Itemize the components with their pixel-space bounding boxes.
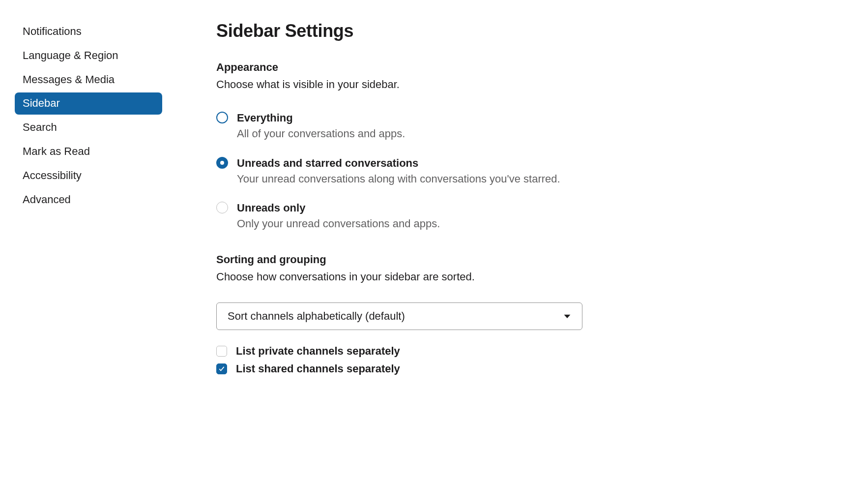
sidebar-item-messages-media[interactable]: Messages & Media — [15, 69, 162, 91]
svg-marker-0 — [564, 315, 571, 318]
radio-text: Unreads only Only your unread conversati… — [237, 200, 848, 232]
radio-icon — [216, 112, 228, 123]
checkbox-icon — [216, 346, 227, 357]
appearance-heading: Appearance — [216, 61, 848, 74]
radio-text: Unreads and starred conversations Your u… — [237, 155, 848, 187]
radio-icon — [216, 157, 228, 169]
radio-icon — [216, 202, 228, 213]
appearance-radio-group: Everything All of your conversations and… — [216, 110, 848, 232]
radio-label: Unreads and starred conversations — [237, 155, 848, 171]
radio-option-unreads-only[interactable]: Unreads only Only your unread conversati… — [216, 200, 848, 232]
appearance-desc: Choose what is visible in your sidebar. — [216, 77, 848, 92]
radio-option-unreads-starred[interactable]: Unreads and starred conversations Your u… — [216, 155, 848, 187]
check-icon — [218, 365, 225, 372]
checkbox-icon — [216, 363, 227, 374]
appearance-section: Appearance Choose what is visible in you… — [216, 61, 848, 232]
radio-label: Everything — [237, 110, 848, 126]
checkbox-label: List private channels separately — [236, 345, 400, 358]
sidebar-item-mark-as-read[interactable]: Mark as Read — [15, 141, 162, 163]
radio-label: Unreads only — [237, 200, 848, 216]
sidebar-item-notifications[interactable]: Notifications — [15, 21, 162, 43]
sorting-desc: Choose how conversations in your sidebar… — [216, 269, 848, 285]
sorting-heading: Sorting and grouping — [216, 253, 848, 266]
sidebar-item-sidebar[interactable]: Sidebar — [15, 92, 162, 115]
sidebar-item-language-region[interactable]: Language & Region — [15, 45, 162, 67]
settings-sidebar: Notifications Language & Region Messages… — [0, 21, 162, 483]
sort-select-value: Sort channels alphabetically (default) — [228, 310, 405, 323]
sidebar-item-advanced[interactable]: Advanced — [15, 189, 162, 211]
sort-select[interactable]: Sort channels alphabetically (default) — [216, 302, 582, 330]
radio-desc: Your unread conversations along with con… — [237, 171, 848, 187]
chevron-down-icon — [563, 312, 571, 320]
radio-text: Everything All of your conversations and… — [237, 110, 848, 142]
checkbox-list-shared[interactable]: List shared channels separately — [216, 362, 848, 375]
radio-desc: All of your conversations and apps. — [237, 126, 848, 142]
checkbox-label: List shared channels separately — [236, 362, 400, 375]
radio-option-everything[interactable]: Everything All of your conversations and… — [216, 110, 848, 142]
sidebar-item-accessibility[interactable]: Accessibility — [15, 165, 162, 187]
settings-content: Sidebar Settings Appearance Choose what … — [162, 21, 868, 483]
page-title: Sidebar Settings — [216, 21, 848, 41]
sorting-section: Sorting and grouping Choose how conversa… — [216, 253, 848, 375]
checkbox-list-private[interactable]: List private channels separately — [216, 345, 848, 358]
radio-desc: Only your unread conversations and apps. — [237, 216, 848, 232]
sidebar-item-search[interactable]: Search — [15, 117, 162, 139]
sort-select-wrapper: Sort channels alphabetically (default) — [216, 302, 582, 330]
